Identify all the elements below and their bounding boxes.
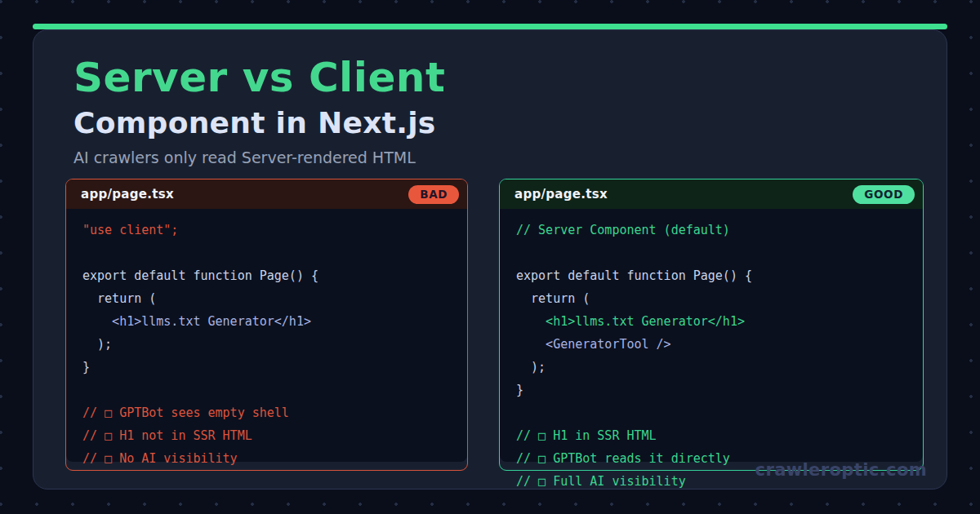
- code-line: "use client";: [82, 219, 452, 241]
- code-line: );: [516, 356, 908, 379]
- code-line: [82, 379, 452, 401]
- code-line: }: [82, 356, 452, 379]
- filename-label: app/page.tsx: [81, 187, 174, 202]
- code-panel-good: app/page.tsx GOOD // Server Component (d…: [499, 179, 924, 471]
- code-line: // □ GPTBot sees empty shell: [82, 401, 452, 424]
- code-panel-bad: app/page.tsx BAD "use client"; export de…: [65, 179, 468, 471]
- code-line: // □ No AI visibility: [82, 447, 452, 470]
- code-line: }: [516, 379, 908, 401]
- code-line: // Server Component (default): [516, 219, 908, 241]
- page-subtitle: Component in Next.js: [74, 107, 947, 140]
- tagline: AI crawlers only read Server-rendered HT…: [74, 148, 947, 166]
- code-line: return (: [516, 287, 908, 310]
- status-badge-good: GOOD: [853, 185, 915, 204]
- code-line: );: [82, 333, 452, 356]
- code-body-bad: "use client"; export default function Pa…: [66, 209, 467, 462]
- code-panels-row: app/page.tsx BAD "use client"; export de…: [65, 179, 924, 471]
- filename-label: app/page.tsx: [514, 187, 608, 202]
- watermark: crawleroptic.com: [755, 460, 927, 480]
- accent-bar: [33, 24, 947, 29]
- page-background: Server vs Client Component in Next.js AI…: [0, 0, 980, 514]
- code-line: // □ H1 in SSR HTML: [516, 424, 908, 447]
- code-line: [516, 401, 908, 424]
- code-line: <GeneratorTool />: [516, 333, 908, 356]
- code-line: [82, 241, 452, 264]
- code-line: <h1>llms.txt Generator</h1>: [82, 310, 452, 333]
- card-header: Server vs Client Component in Next.js AI…: [33, 30, 947, 166]
- code-body-good: // Server Component (default) export def…: [500, 209, 923, 462]
- code-line: return (: [82, 287, 452, 310]
- page-title: Server vs Client: [74, 55, 947, 100]
- main-card: Server vs Client Component in Next.js AI…: [33, 29, 947, 490]
- code-line: [516, 241, 908, 264]
- code-line: <h1>llms.txt Generator</h1>: [516, 310, 908, 333]
- panel-header-bad: app/page.tsx BAD: [66, 179, 467, 209]
- panel-header-good: app/page.tsx GOOD: [500, 179, 923, 209]
- code-line: export default function Page() {: [82, 264, 452, 287]
- code-line: // □ H1 not in SSR HTML: [82, 424, 452, 447]
- code-line: export default function Page() {: [516, 264, 908, 287]
- status-badge-bad: BAD: [408, 185, 459, 204]
